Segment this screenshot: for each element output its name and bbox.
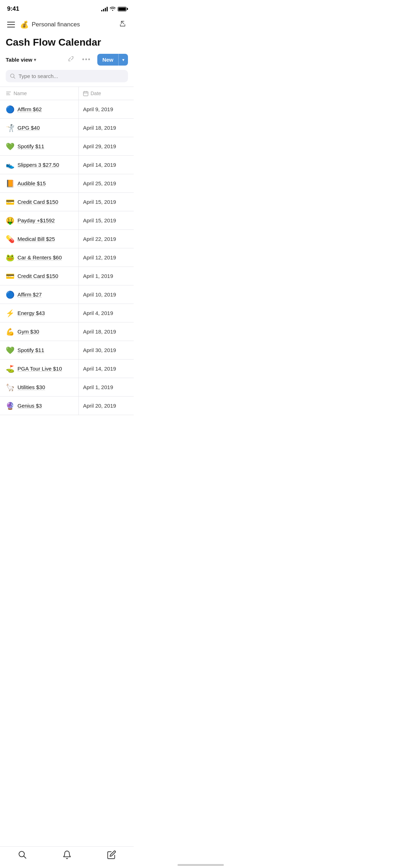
row-name: Affirm $27 [17,291,42,298]
cell-date: April 12, 2019 [78,248,134,267]
cell-date: April 15, 2019 [78,211,134,229]
cell-name: 💪 Gym $30 [0,322,78,341]
table-row[interactable]: 🔵 Affirm $27 April 10, 2019 [0,285,134,304]
header: 💰 Personal finances [0,16,134,34]
search-icon [10,73,16,79]
table-row[interactable]: ⚡ Energy $43 April 4, 2019 [0,304,134,322]
status-time: 9:41 [7,5,19,12]
chevron-down-icon: ▾ [122,57,124,62]
cell-date: April 18, 2019 [78,119,134,137]
menu-button[interactable] [6,20,16,29]
battery-icon [118,7,127,11]
cell-name: 👟 Slippers 3 $27.50 [0,156,78,174]
table-header: Name Date [0,87,134,100]
table-row[interactable]: 💊 Medical Bill $25 April 22, 2019 [0,230,134,248]
table: Name Date 🔵 Affirm $62 April 9, 2019 🤺 G… [0,87,134,415]
row-name: Affirm $62 [17,106,42,112]
table-row[interactable]: 🦙 Utilities $30 April 1, 2019 [0,378,134,397]
search-input-wrapper [6,70,128,82]
col-name-header: Name [0,87,78,100]
cell-date: April 29, 2019 [78,137,134,155]
cell-date: April 25, 2019 [78,174,134,192]
row-name: Audible $15 [17,180,46,186]
row-name: Spotify $11 [17,347,44,353]
cell-date: April 18, 2019 [78,322,134,341]
table-row[interactable]: 💳 Credit Card $150 April 15, 2019 [0,193,134,211]
chevron-down-icon: ▾ [34,57,36,62]
page-title: Cash Flow Calendar [0,34,134,52]
cell-name: 🔵 Affirm $62 [0,100,78,118]
new-button[interactable]: New [97,54,118,66]
table-row[interactable]: 👟 Slippers 3 $27.50 April 14, 2019 [0,156,134,174]
row-name: GPG $40 [17,125,40,131]
toolbar-right: ••• New ▾ [66,54,128,66]
cell-date: April 14, 2019 [78,156,134,174]
signal-icon [101,6,108,11]
table-row[interactable]: 💪 Gym $30 April 18, 2019 [0,322,134,341]
cell-date: April 4, 2019 [78,304,134,322]
cell-date: April 9, 2019 [78,100,134,118]
text-icon [6,91,11,96]
row-emoji: 📙 [6,179,15,188]
table-row[interactable]: 📙 Audible $15 April 25, 2019 [0,174,134,193]
new-button-group: New ▾ [97,54,128,66]
table-row[interactable]: ⛳ PGA Tour Live $10 April 14, 2019 [0,360,134,378]
row-name: Medical Bill $25 [17,236,55,242]
table-row[interactable]: 🤺 GPG $40 April 18, 2019 [0,119,134,137]
cell-name: 🤑 Payday +$1592 [0,211,78,229]
row-name: Car & Renters $60 [17,254,62,260]
workspace-title: 💰 Personal finances [20,20,80,29]
row-emoji: 💚 [6,346,15,355]
cell-name: 🦙 Utilities $30 [0,378,78,396]
share-button[interactable] [117,19,128,30]
cell-name: 💊 Medical Bill $25 [0,230,78,248]
cell-name: 🐸 Car & Renters $60 [0,248,78,267]
expand-button[interactable] [66,54,76,65]
cell-date: April 14, 2019 [78,360,134,378]
cell-name: 💚 Spotify $11 [0,341,78,359]
cell-date: April 1, 2019 [78,267,134,285]
search-container [0,70,134,87]
view-label: Table view [6,57,32,63]
table-row[interactable]: 🔮 Genius $3 April 20, 2019 [0,397,134,415]
table-row[interactable]: 🐸 Car & Renters $60 April 12, 2019 [0,248,134,267]
table-row[interactable]: 🔵 Affirm $62 April 9, 2019 [0,100,134,119]
cell-name: 🤺 GPG $40 [0,119,78,137]
table-row[interactable]: 💚 Spotify $11 April 29, 2019 [0,137,134,156]
ellipsis-icon: ••• [82,56,91,63]
row-name: Energy $43 [17,310,45,316]
cell-date: April 20, 2019 [78,397,134,415]
row-name: Gym $30 [17,329,39,335]
row-emoji: 💳 [6,272,15,280]
cell-date: April 15, 2019 [78,193,134,211]
row-name: Genius $3 [17,403,42,409]
row-name: Payday +$1592 [17,217,55,223]
row-emoji: 💊 [6,235,15,243]
col-name-label: Name [14,91,27,96]
table-row[interactable]: 💚 Spotify $11 April 30, 2019 [0,341,134,360]
wifi-icon [110,6,115,12]
cell-name: 💳 Credit Card $150 [0,267,78,285]
row-emoji: 👟 [6,161,15,169]
table-row[interactable]: 🤑 Payday +$1592 April 15, 2019 [0,211,134,230]
new-dropdown-button[interactable]: ▾ [118,54,128,66]
row-name: Credit Card $150 [17,199,58,205]
table-rows: 🔵 Affirm $62 April 9, 2019 🤺 GPG $40 Apr… [0,100,134,415]
cell-name: ⛳ PGA Tour Live $10 [0,360,78,378]
view-selector-button[interactable]: Table view ▾ [6,57,36,63]
workspace-emoji: 💰 [20,20,29,29]
row-name: Spotify $11 [17,143,44,149]
table-row[interactable]: 💳 Credit Card $150 April 1, 2019 [0,267,134,285]
cell-name: 💚 Spotify $11 [0,137,78,155]
row-name: PGA Tour Live $10 [17,366,62,372]
row-emoji: 💪 [6,327,15,336]
main-content: Name Date 🔵 Affirm $62 April 9, 2019 🤺 G… [0,87,134,444]
cell-date: April 22, 2019 [78,230,134,248]
row-emoji: 🔵 [6,290,15,299]
search-input[interactable] [19,73,124,79]
row-name: Utilities $30 [17,384,45,390]
toolbar: Table view ▾ ••• New ▾ [0,52,134,70]
row-emoji: 🐸 [6,253,15,262]
row-emoji: ⛳ [6,365,15,373]
more-options-button[interactable]: ••• [81,55,92,65]
